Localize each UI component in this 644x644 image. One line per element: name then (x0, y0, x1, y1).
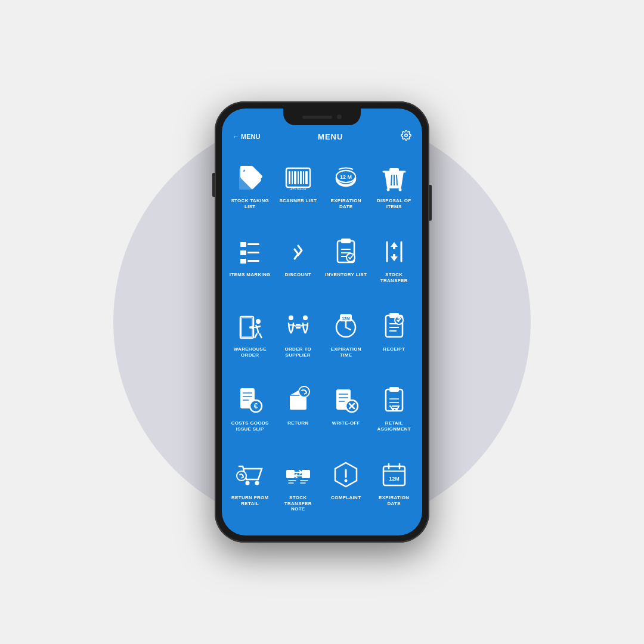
stock-taking-list-icon (234, 162, 265, 193)
menu-item-return[interactable]: RETURN (275, 376, 322, 449)
svg-rect-31 (393, 246, 395, 249)
complaint-icon (330, 459, 361, 490)
inventory-list-label: INVENTORY LIST (325, 272, 367, 278)
menu-item-expiration-date-2[interactable]: 12M EXPIRATION DATE (371, 451, 418, 530)
retail-assignment-icon (379, 385, 410, 416)
svg-text:1478203: 1478203 (290, 186, 306, 190)
svg-rect-5 (298, 171, 299, 184)
svg-rect-76 (286, 470, 295, 478)
svg-point-71 (392, 408, 394, 411)
receipt-label: RECEIPT (383, 346, 405, 352)
items-marking-icon (234, 236, 265, 267)
svg-rect-23 (240, 259, 246, 264)
svg-rect-22 (247, 252, 259, 253)
camera (337, 114, 342, 119)
menu-item-expiration-time[interactable]: 12M EXPIRATION TIME (323, 302, 370, 375)
svg-point-74 (255, 481, 259, 485)
expiration-date-label: EXPIRATION DATE (325, 198, 367, 209)
menu-item-order-to-supplier[interactable]: ORDER TO SUPPLIER (275, 302, 322, 375)
costs-goods-issue-slip-icon: € (234, 385, 265, 416)
write-off-label: WRITE-OFF (332, 420, 360, 426)
menu-item-complaint[interactable]: COMPLAINT (323, 451, 370, 530)
complaint-label: COMPLAINT (331, 495, 361, 501)
svg-line-43 (346, 327, 351, 330)
menu-item-write-off[interactable]: WRITE-OFF (323, 376, 370, 449)
warehouse-order-icon (234, 311, 265, 342)
menu-grid: STOCK TAKING LIST (222, 148, 422, 535)
settings-icon[interactable] (401, 130, 411, 143)
write-off-icon (330, 385, 361, 416)
warehouse-order-label: WAREHOUSE ORDER (229, 346, 271, 358)
menu-item-retail-assignment[interactable]: RETAIL ASSIGNMENT (371, 376, 418, 449)
retail-assignment-label: RETAIL ASSIGNMENT (373, 420, 416, 432)
menu-item-receipt[interactable]: RECEIPT (371, 302, 418, 375)
svg-rect-77 (302, 470, 310, 478)
svg-point-38 (303, 315, 308, 320)
menu-item-items-marking[interactable]: ITEMS MARKING (227, 228, 274, 301)
svg-rect-21 (240, 250, 246, 255)
svg-rect-4 (294, 171, 296, 184)
svg-rect-68 (389, 387, 399, 392)
expiration-time-label: EXPIRATION TIME (325, 346, 367, 358)
costs-goods-issue-slip-label: COSTS GOODS ISSUE SLIP (229, 420, 271, 432)
items-marking-label: ITEMS MARKING (230, 272, 271, 278)
svg-rect-32 (393, 254, 395, 258)
menu-item-disposal-of-items[interactable]: DISPOSAL OF ITEMS (371, 154, 418, 227)
svg-point-37 (289, 315, 293, 320)
order-to-supplier-icon (283, 311, 314, 342)
discount-label: DISCOUNT (285, 272, 311, 278)
menu-item-discount[interactable]: DISCOUNT (275, 228, 322, 301)
menu-item-stock-transfer[interactable]: STOCK TRANSFER (371, 228, 418, 301)
svg-rect-20 (247, 243, 259, 245)
svg-point-59 (299, 386, 309, 397)
svg-line-16 (397, 175, 397, 185)
svg-line-14 (391, 175, 392, 185)
return-from-retail-label: RETURN FROM RETAIL (229, 495, 271, 506)
phone-outer-shell: ← MENU MENU (215, 101, 429, 543)
return-label: RETURN (287, 420, 308, 426)
svg-rect-2 (289, 171, 290, 184)
menu-item-return-from-retail[interactable]: RETURN FROM RETAIL (227, 451, 274, 530)
menu-item-costs-goods-issue-slip[interactable]: € COSTS GOODS ISSUE SLIP (227, 376, 274, 449)
menu-item-stock-taking-list[interactable]: STOCK TAKING LIST (227, 154, 274, 227)
svg-point-18 (386, 188, 389, 191)
return-icon (283, 385, 314, 416)
menu-item-warehouse-order[interactable]: WAREHOUSE ORDER (227, 302, 274, 375)
svg-text:12 M: 12 M (340, 174, 352, 180)
stock-transfer-label: STOCK TRANSFER (373, 272, 416, 283)
phone-notch (283, 109, 361, 125)
svg-rect-24 (247, 260, 259, 262)
back-button[interactable]: ← MENU (233, 133, 260, 140)
svg-point-36 (256, 319, 261, 324)
svg-rect-8 (305, 171, 308, 184)
menu-item-inventory-list[interactable]: INVENTORY LIST (323, 228, 370, 301)
stock-transfer-note-label: STOCK TRANSFER NOTE (277, 495, 320, 512)
svg-rect-19 (240, 242, 246, 247)
speaker (302, 116, 332, 119)
return-from-retail-icon (234, 459, 265, 490)
phone-screen: ← MENU MENU (222, 109, 422, 535)
receipt-icon (379, 311, 410, 342)
svg-rect-7 (303, 171, 304, 184)
svg-point-0 (405, 134, 408, 137)
svg-point-17 (398, 188, 401, 191)
svg-point-73 (246, 481, 250, 485)
stock-transfer-note-icon (283, 459, 314, 490)
svg-point-75 (237, 471, 246, 481)
menu-item-scanner-list[interactable]: 1478203 SCANNER LIST (275, 154, 322, 227)
menu-item-expiration-date[interactable]: 12 M EXPIRATION DATE (323, 154, 370, 227)
disposal-of-items-label: DISPOSAL OF ITEMS (373, 198, 416, 209)
stock-taking-list-label: STOCK TAKING LIST (229, 198, 271, 209)
expiration-date-2-icon: 12M (379, 459, 410, 490)
expiration-time-icon: 12M (330, 311, 361, 342)
menu-item-stock-transfer-note[interactable]: STOCK TRANSFER NOTE (275, 451, 322, 530)
phone-device: ← MENU MENU (215, 101, 429, 543)
svg-text:€: € (254, 402, 258, 410)
svg-rect-6 (300, 171, 302, 184)
svg-text:12M: 12M (389, 476, 400, 482)
inventory-list-icon (330, 236, 361, 267)
expiration-date-2-label: EXPIRATION DATE (373, 495, 416, 506)
scanner-list-icon: 1478203 (283, 162, 314, 193)
header-title: MENU (318, 132, 343, 141)
scanner-list-label: SCANNER LIST (279, 198, 317, 204)
